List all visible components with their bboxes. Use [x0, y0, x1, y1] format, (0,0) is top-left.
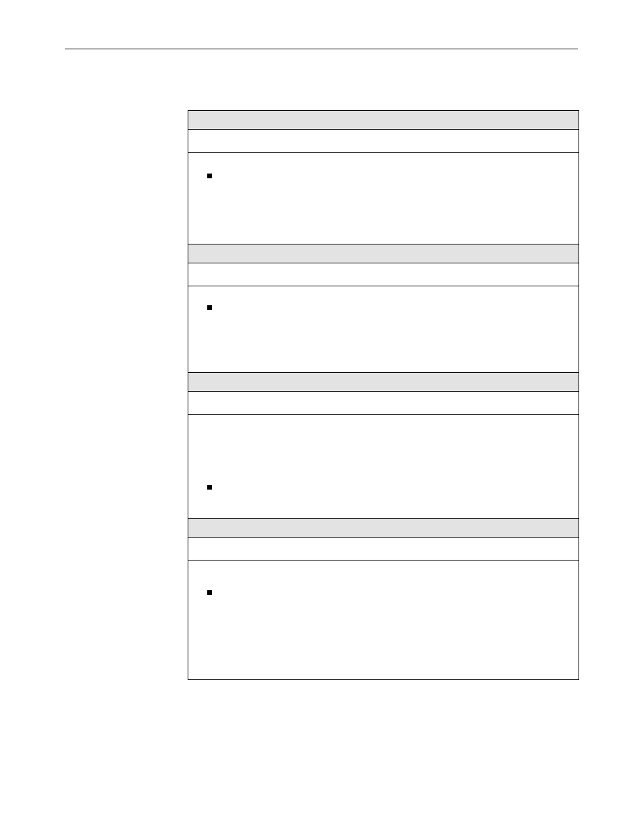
square-bullet-icon: [207, 590, 212, 595]
section-content-row: [188, 415, 579, 519]
section-subheader-row: [188, 538, 579, 561]
square-bullet-icon: [207, 174, 212, 178]
section-content-row: [188, 561, 579, 679]
section-header-row: [188, 244, 579, 263]
section-header-row: [188, 111, 579, 130]
square-bullet-icon: [207, 485, 212, 490]
square-bullet-icon: [207, 305, 212, 310]
structure-table: [188, 110, 579, 680]
header-rule: [65, 49, 578, 49]
section-content-row: [188, 153, 579, 244]
section-subheader-row: [188, 392, 579, 415]
section-header-row: [188, 519, 579, 538]
section-content-row: [188, 286, 579, 373]
section-header-row: [188, 373, 579, 392]
section-subheader-row: [188, 263, 579, 286]
document-page: [0, 0, 644, 834]
section-subheader-row: [188, 130, 579, 153]
